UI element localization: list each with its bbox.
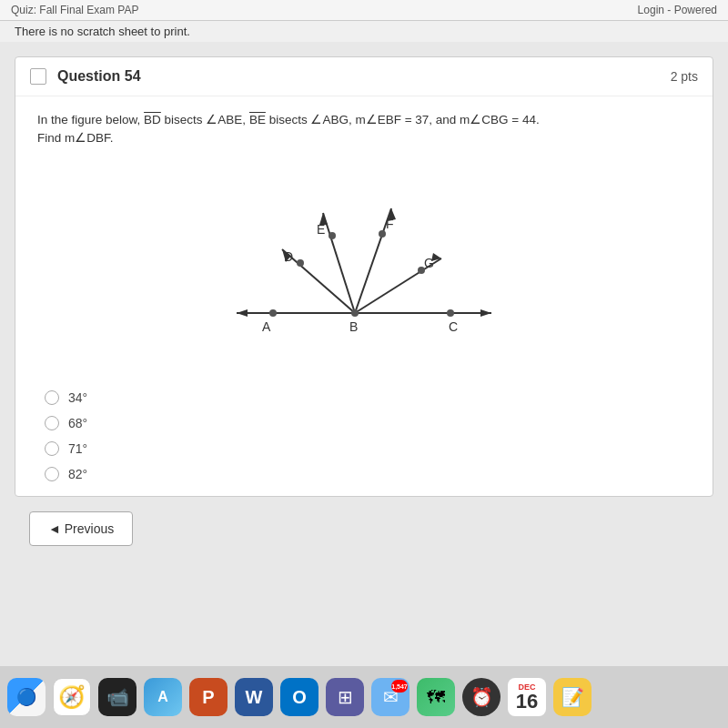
calendar-icon[interactable]: DEC 16 bbox=[508, 678, 546, 716]
svg-point-11 bbox=[269, 309, 277, 317]
finder-icon-wrap: 🔵 bbox=[7, 678, 46, 716]
mail-badge: 1,547 bbox=[391, 680, 408, 693]
option-2[interactable]: 68° bbox=[45, 416, 683, 430]
notes-icon[interactable]: 📝 bbox=[553, 678, 592, 716]
svg-text:A: A bbox=[262, 319, 271, 334]
svg-text:G: G bbox=[424, 256, 434, 270]
radio-2[interactable] bbox=[45, 416, 59, 430]
svg-text:E: E bbox=[317, 222, 325, 237]
appstore-icon-wrap: A bbox=[144, 678, 182, 716]
powerpoint-icon-wrap: P bbox=[189, 678, 228, 716]
bd-label: BD bbox=[144, 113, 161, 126]
question-points: 2 pts bbox=[671, 69, 698, 84]
svg-marker-1 bbox=[237, 309, 248, 317]
option-text-2: 68° bbox=[68, 416, 87, 430]
svg-text:B: B bbox=[349, 319, 358, 334]
grid-icon[interactable]: ⊞ bbox=[326, 678, 364, 716]
svg-text:F: F bbox=[386, 217, 394, 231]
option-4[interactable]: 82° bbox=[45, 467, 683, 481]
previous-button[interactable]: ◄ Previous bbox=[29, 511, 133, 546]
svg-point-15 bbox=[329, 232, 336, 239]
clock-icon[interactable]: ⏰ bbox=[462, 678, 500, 716]
cal-day: 16 bbox=[516, 692, 538, 712]
question-text: In the figure below, BD bisects ∠ABE, BE… bbox=[37, 111, 691, 148]
svg-marker-2 bbox=[480, 309, 491, 317]
question-header: Question 54 2 pts bbox=[15, 57, 713, 96]
svg-point-13 bbox=[447, 309, 454, 317]
safari-icon-wrap: 🧭 bbox=[53, 678, 91, 716]
outlook-icon-wrap: O bbox=[280, 678, 318, 716]
main-content: Question 54 2 pts In the figure below, B… bbox=[0, 42, 728, 561]
geometry-figure: A B C D E F G bbox=[209, 163, 519, 372]
notes-icon-wrap: 📝 bbox=[553, 678, 592, 716]
svg-text:D: D bbox=[284, 249, 293, 264]
option-1[interactable]: 34° bbox=[45, 390, 683, 405]
option-text-3: 71° bbox=[68, 441, 87, 456]
appstore-icon[interactable]: A bbox=[144, 678, 182, 716]
radio-3[interactable] bbox=[45, 441, 59, 456]
question-checkbox[interactable] bbox=[30, 68, 46, 85]
outlook-icon[interactable]: O bbox=[280, 678, 318, 716]
clock-icon-wrap: ⏰ bbox=[462, 678, 500, 716]
radio-4[interactable] bbox=[45, 467, 59, 481]
maps-icon[interactable]: 🗺 bbox=[417, 678, 455, 716]
safari-icon[interactable]: 🧭 bbox=[53, 678, 91, 716]
scratch-text: There is no scratch sheet to print. bbox=[15, 25, 190, 38]
svg-point-12 bbox=[351, 309, 359, 317]
option-3[interactable]: 71° bbox=[45, 441, 683, 456]
login-label: Login - Powered bbox=[638, 4, 717, 16]
radio-1[interactable] bbox=[45, 390, 59, 405]
grid-icon-wrap: ⊞ bbox=[326, 678, 364, 716]
question-body: In the figure below, BD bisects ∠ABE, BE… bbox=[15, 96, 713, 496]
calendar-icon-wrap: DEC 16 bbox=[508, 678, 546, 716]
quiz-title: Quiz: Fall Final Exam PAP bbox=[11, 4, 138, 16]
top-bar: Quiz: Fall Final Exam PAP Login - Powere… bbox=[0, 0, 728, 21]
svg-text:C: C bbox=[449, 319, 458, 334]
svg-point-14 bbox=[297, 259, 304, 267]
powerpoint-icon[interactable]: P bbox=[189, 678, 228, 716]
taskbar: 🔵 🧭 📹 A P W O ⊞ ✉ 1,547 🗺 ⏰ DEC 16 📝 bbox=[0, 666, 728, 728]
word-icon[interactable]: W bbox=[235, 678, 273, 716]
mail-icon-wrap: ✉ 1,547 bbox=[371, 678, 410, 716]
option-text-1: 34° bbox=[68, 390, 87, 405]
finder-icon[interactable]: 🔵 bbox=[7, 678, 46, 716]
facetime-icon[interactable]: 📹 bbox=[98, 678, 136, 716]
word-icon-wrap: W bbox=[235, 678, 273, 716]
question-card: Question 54 2 pts In the figure below, B… bbox=[15, 56, 713, 497]
be-label: BE bbox=[249, 113, 266, 126]
svg-point-16 bbox=[379, 230, 386, 238]
maps-icon-wrap: 🗺 bbox=[417, 678, 455, 716]
facetime-icon-wrap: 📹 bbox=[98, 678, 136, 716]
question-title: Question 54 bbox=[57, 68, 141, 85]
option-text-4: 82° bbox=[68, 467, 87, 481]
answer-options: 34° 68° 71° 82° bbox=[37, 390, 691, 481]
figure-container: A B C D E F G bbox=[37, 163, 691, 372]
question-header-left: Question 54 bbox=[30, 68, 141, 85]
